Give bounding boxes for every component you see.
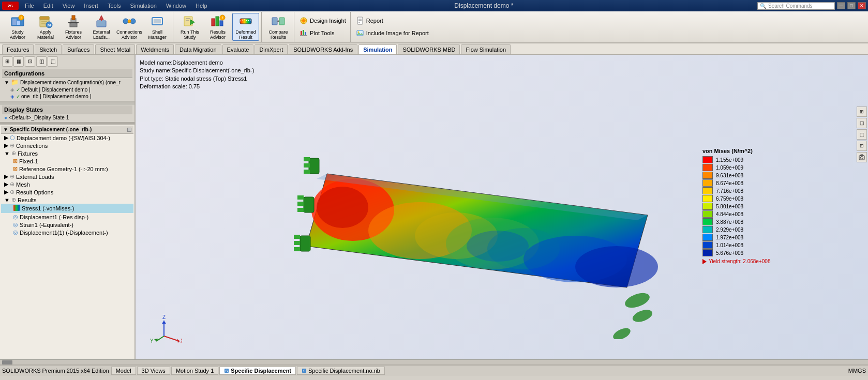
scroll-thumb[interactable] xyxy=(2,360,12,364)
study-stress1-item[interactable]: Stress1 (-vonMises-) xyxy=(1,204,133,213)
study-disp1-item[interactable]: ◎ Displacement1 (-Res disp-) xyxy=(1,213,133,221)
shell-manager-button[interactable]: ShellManager xyxy=(144,13,171,41)
svg-point-64 xyxy=(575,246,658,287)
status-tab-motion[interactable]: Motion Study 1 xyxy=(171,367,218,375)
svg-rect-1 xyxy=(12,19,17,25)
status-tab-model[interactable]: Model xyxy=(111,367,136,375)
study-name: Study name:Specific Displacement(-one_ri… xyxy=(140,67,254,74)
study-connections-item[interactable]: ▶ ⊕ Connections xyxy=(1,142,133,149)
status-tab-specific-norib[interactable]: S Specific Displacement.no.rib xyxy=(297,367,385,375)
search-box[interactable]: 🔍 Search Commands xyxy=(757,2,835,10)
study-expand-icon[interactable]: ▼ xyxy=(3,127,8,132)
view-btn-2[interactable]: ◫ xyxy=(857,118,867,128)
close-button[interactable]: ✕ xyxy=(858,2,866,9)
design-insight-button[interactable]: Design Insight xyxy=(297,16,348,26)
legend-bar-11: 1.014e+008 xyxy=(702,241,775,249)
view-btn-5[interactable] xyxy=(857,152,867,162)
config-default-label: Default | Displacement demo | xyxy=(21,87,91,93)
tab-sw-addins[interactable]: SOLIDWORKS Add-Ins xyxy=(289,44,357,54)
menu-window[interactable]: Window xyxy=(163,2,189,10)
design-insight-label: Design Insight xyxy=(310,18,346,24)
tab-simulation[interactable]: Simulation xyxy=(358,44,397,54)
tab-weldments[interactable]: Weldments xyxy=(136,44,174,54)
tab-features[interactable]: Features xyxy=(2,44,34,54)
study-part-item[interactable]: ▶ ⬡ Displacement demo (-[SW]AISI 304-) xyxy=(1,134,133,142)
view-btn-3[interactable]: ⬚ xyxy=(857,129,867,140)
config-root-item[interactable]: ▼ 📁 Displacement demo Configuration(s) (… xyxy=(2,78,132,86)
study-resultopts-label: Result Options xyxy=(16,189,53,195)
legend-color-8 xyxy=(702,218,713,225)
view-btn-4[interactable]: ⊡ xyxy=(857,141,867,151)
study-refgeom-item[interactable]: ⊠ Reference Geometry-1 (-i:-20 mm:) xyxy=(1,165,133,173)
tab-sw-mbd[interactable]: SOLIDWORKS MBD xyxy=(398,44,460,54)
main-content: ⊞ ▦ ⊡ ◫ ⬚ Configurations ▼ 📁 Displacemen… xyxy=(0,55,868,359)
display-states-section: Display States ● <Default>_Display State… xyxy=(0,104,134,123)
menu-file[interactable]: File xyxy=(22,2,37,10)
display-state-item[interactable]: ● <Default>_Display State 1 xyxy=(2,114,132,121)
apply-material-button[interactable]: M ApplyMaterial xyxy=(32,13,59,41)
horizontal-scrollbar[interactable] xyxy=(0,359,868,364)
results-advisor-button[interactable]: ! ResultsAdvisor xyxy=(204,13,231,41)
study-results-item[interactable]: ▼ ⊕ Results xyxy=(1,196,133,204)
tab-dimxpert[interactable]: DimXpert xyxy=(255,44,288,54)
study-resize-handle[interactable] xyxy=(127,128,131,132)
tab-surfaces[interactable]: Surfaces xyxy=(63,44,94,54)
tab-data-migration[interactable]: Data Migration xyxy=(175,44,221,54)
menu-simulation[interactable]: Simulation xyxy=(127,2,160,10)
tab-sheet-metal[interactable]: Sheet Metal xyxy=(95,44,135,54)
study-disp1-1-item[interactable]: ◎ Displacement1(1) (-Displacement-) xyxy=(1,229,133,236)
study-strain1-item[interactable]: ◎ Strain1 (-Equivalent-) xyxy=(1,221,133,229)
status-tab-specific-disp[interactable]: S Specific Displacement xyxy=(219,367,296,375)
left-icon-5[interactable]: ⬚ xyxy=(48,56,58,67)
tab-evaluate[interactable]: Evaluate xyxy=(222,44,254,54)
connections-button[interactable]: ConnectionsAdvisor xyxy=(116,13,143,41)
axis-indicator: X Y Z xyxy=(146,313,177,344)
status-tab-3dviews[interactable]: 3D Views xyxy=(137,367,170,375)
legend-color-5 xyxy=(702,195,713,202)
view-btn-1[interactable]: ⊞ xyxy=(857,107,867,117)
left-icon-3[interactable]: ⊡ xyxy=(25,56,35,67)
deformed-result-button[interactable]: DeformedResult xyxy=(232,13,259,41)
left-icon-4[interactable]: ◫ xyxy=(36,56,47,67)
legend-value-6: 5.801e+008 xyxy=(716,204,743,209)
menu-edit[interactable]: Edit xyxy=(40,2,56,10)
study-disp1-1-label: Displacement1(1) (-Displacement-) xyxy=(20,230,108,236)
display-states-header: Display States xyxy=(2,105,132,114)
menu-view[interactable]: View xyxy=(59,2,78,10)
legend-color-2 xyxy=(702,172,713,179)
study-fixtures-item[interactable]: ▼ ⊕ Fixtures xyxy=(1,149,133,157)
svg-rect-30 xyxy=(220,21,223,26)
external-loads-button[interactable]: ExternalLoads... xyxy=(88,13,115,41)
study-advisor-button[interactable]: ! StudyAdvisor xyxy=(4,13,31,41)
svg-point-21 xyxy=(128,20,131,23)
study-part-icon: ⬡ xyxy=(10,134,15,141)
study-mesh-item[interactable]: ▶ ⊕ Mesh xyxy=(1,180,133,188)
study-fixed1-item[interactable]: ⊠ Fixed-1 xyxy=(1,157,133,165)
camera-icon xyxy=(858,154,865,161)
report-button[interactable]: Report xyxy=(354,16,385,26)
config-default-item[interactable]: ◈ ✓ Default | Displacement demo | xyxy=(8,86,132,93)
study-extloads-item[interactable]: ▶ ⊕ External Loads xyxy=(1,173,133,180)
run-study-button[interactable]: Run ThisStudy xyxy=(176,13,203,41)
menu-tools[interactable]: Tools xyxy=(104,2,124,10)
maximize-button[interactable]: □ xyxy=(847,2,856,9)
menu-help[interactable]: Help xyxy=(192,2,211,10)
left-icon-2[interactable]: ▦ xyxy=(13,56,24,67)
fixtures-advisor-button[interactable]: FixturesAdvisor xyxy=(60,13,87,41)
plot-tools-button[interactable]: Plot Tools xyxy=(297,28,337,38)
minimize-button[interactable]: ─ xyxy=(837,2,845,9)
report-label: Report xyxy=(366,18,383,24)
include-image-button[interactable]: Include Image for Report xyxy=(354,28,431,38)
tab-flow-simulation[interactable]: Flow Simulation xyxy=(461,44,511,54)
external-loads-label: ExternalLoads... xyxy=(93,30,110,40)
left-icon-1[interactable]: ⊞ xyxy=(2,56,12,67)
menu-insert[interactable]: Insert xyxy=(81,2,101,10)
study-title: Specific Displacement (-one_rib-) xyxy=(10,127,92,132)
study-ro-indent: ▶ xyxy=(4,189,8,195)
left-panel: ⊞ ▦ ⊡ ◫ ⬚ Configurations ▼ 📁 Displacemen… xyxy=(0,55,136,359)
config-one-rib-item[interactable]: ◈ ✓ one_rib | Displacement demo | xyxy=(8,93,132,100)
study-resultopts-item[interactable]: ▶ ⊕ Result Options xyxy=(1,188,133,196)
svg-rect-15 xyxy=(97,21,106,27)
compare-results-button[interactable]: CompareResults xyxy=(265,13,292,41)
tab-sketch[interactable]: Sketch xyxy=(35,44,62,54)
